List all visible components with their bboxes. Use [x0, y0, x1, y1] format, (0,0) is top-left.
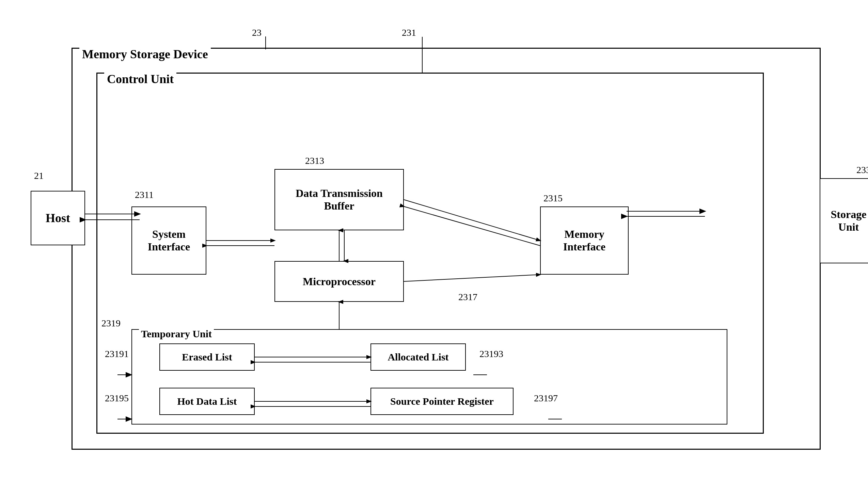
- memory-interface-box: MemoryInterface: [540, 206, 629, 275]
- ref-2317: 2317: [458, 292, 477, 303]
- storage-unit-label: StorageUnit: [831, 208, 867, 233]
- system-interface-box: SystemInterface: [131, 206, 206, 275]
- data-transmission-buffer-box: Data TransmissionBuffer: [274, 169, 404, 230]
- temporary-unit-box: Temporary Unit Erased List Allocated Lis…: [131, 329, 727, 425]
- svg-line-10: [404, 275, 540, 281]
- host-label: Host: [46, 211, 70, 225]
- ref-231: 231: [402, 27, 416, 38]
- ref-2311: 2311: [135, 189, 154, 200]
- memory-storage-device-box: Memory Storage Device Control Unit Syste…: [72, 48, 821, 450]
- host-box: Host: [31, 191, 85, 245]
- control-unit-label: Control Unit: [104, 72, 176, 86]
- data-transmission-buffer-label: Data TransmissionBuffer: [296, 187, 383, 212]
- microprocessor-box: Microprocessor: [274, 261, 404, 302]
- microprocessor-label: Microprocessor: [303, 275, 376, 288]
- control-unit-box: Control Unit SystemInterface Data Transm…: [96, 73, 764, 434]
- temp-unit-arrows: [132, 330, 727, 424]
- diagram-container: 23 231 Memory Storage Device Control Uni…: [27, 27, 838, 470]
- ref-2319: 2319: [101, 318, 121, 329]
- ref-23191: 23191: [105, 349, 129, 359]
- ref-23195: 23195: [105, 393, 129, 404]
- memory-storage-device-label: Memory Storage Device: [79, 47, 211, 61]
- ref-2313: 2313: [305, 155, 324, 166]
- svg-line-7: [404, 206, 540, 246]
- memory-interface-label: MemoryInterface: [563, 228, 605, 253]
- storage-unit-box: StorageUnit: [820, 178, 868, 263]
- ref-2315: 2315: [543, 193, 563, 204]
- ref-21: 21: [34, 170, 44, 181]
- svg-line-6: [404, 200, 540, 241]
- ref-233: 233: [856, 165, 868, 175]
- ref-23: 23: [252, 27, 262, 38]
- system-interface-label: SystemInterface: [148, 228, 190, 253]
